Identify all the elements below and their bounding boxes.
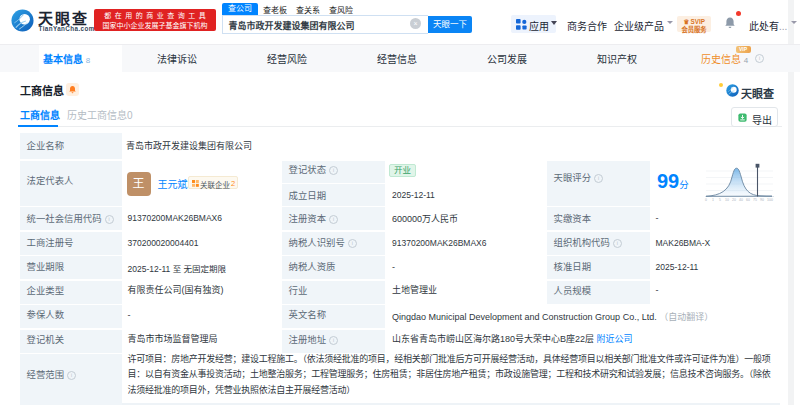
svg-text:10: 10: [725, 198, 729, 202]
svg-text:1: 1: [712, 198, 714, 202]
svg-text:0: 0: [705, 198, 707, 202]
svg-text:40: 40: [739, 198, 743, 202]
svg-text:20: 20: [732, 198, 736, 202]
svg-text:75: 75: [753, 198, 757, 202]
svg-text:5: 5: [719, 198, 721, 202]
svg-text:100: 100: [767, 198, 773, 202]
svg-text:60: 60: [746, 198, 750, 202]
svg-text:90: 90: [760, 198, 764, 202]
